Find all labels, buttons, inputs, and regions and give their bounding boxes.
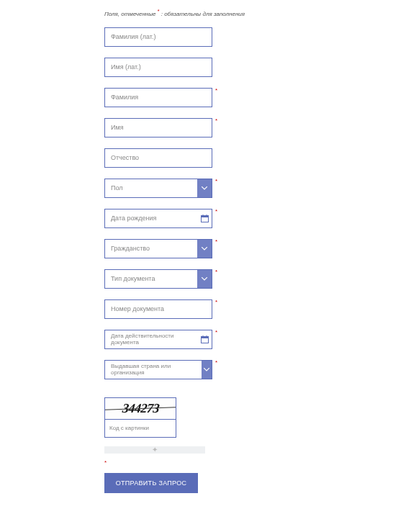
doc-type-label: Тип документа — [105, 270, 197, 288]
gender-select[interactable]: Пол — [104, 179, 212, 198]
recaptcha-placeholder: ✦ — [104, 446, 205, 454]
issuing-select[interactable]: Выдавшая страна или организация — [104, 360, 212, 379]
hint-prefix: Поля, отмеченные — [104, 11, 158, 17]
doc-validity-label: Дата действительности документа — [105, 330, 197, 348]
submit-button[interactable]: ОТПРАВИТЬ ЗАПРОС — [104, 473, 198, 493]
surname-input[interactable] — [104, 88, 212, 107]
svg-rect-5 — [201, 336, 208, 338]
captcha-input[interactable] — [104, 419, 176, 438]
name-lat-input[interactable] — [104, 58, 212, 77]
puzzle-icon: ✦ — [152, 446, 158, 454]
name-input[interactable] — [104, 118, 212, 137]
chevron-down-icon — [197, 270, 212, 288]
chevron-down-icon — [202, 361, 212, 379]
doc-type-select[interactable]: Тип документа — [104, 269, 212, 289]
calendar-icon — [197, 209, 212, 227]
required-marker: * — [215, 299, 217, 305]
issuing-label: Выдавшая страна или организация — [105, 361, 202, 379]
captcha-block: 344273 — [104, 397, 176, 438]
calendar-icon — [197, 330, 212, 348]
patronymic-input[interactable] — [104, 148, 212, 168]
doc-number-input[interactable] — [104, 299, 212, 319]
required-marker: * — [215, 239, 217, 245]
captcha-image: 344273 — [104, 397, 176, 419]
hint-suffix: : обязательны для заполнения — [160, 11, 245, 17]
citizenship-select[interactable]: Гражданство — [104, 239, 212, 258]
doc-validity-input[interactable]: Дата действительности документа — [104, 330, 212, 349]
chevron-down-icon — [197, 179, 212, 197]
surname-lat-input[interactable] — [104, 27, 212, 47]
required-marker: * — [215, 179, 217, 184]
required-marker: * — [215, 330, 217, 335]
dob-input[interactable]: Дата рождения — [104, 209, 212, 228]
required-marker: * — [215, 88, 217, 94]
form-page: Поля, отмеченные * : обязательны для зап… — [0, 0, 411, 532]
required-marker: * — [215, 209, 217, 215]
dob-label: Дата рождения — [105, 209, 197, 227]
required-marker: * — [215, 118, 217, 124]
citizenship-label: Гражданство — [105, 240, 197, 258]
required-marker: * — [215, 360, 217, 366]
required-marker: * — [215, 269, 217, 275]
required-marker: * — [104, 459, 411, 466]
gender-select-label: Пол — [105, 179, 197, 197]
chevron-down-icon — [197, 240, 212, 258]
required-hint: Поля, отмеченные * : обязательны для зап… — [104, 9, 411, 17]
svg-rect-1 — [201, 215, 208, 217]
